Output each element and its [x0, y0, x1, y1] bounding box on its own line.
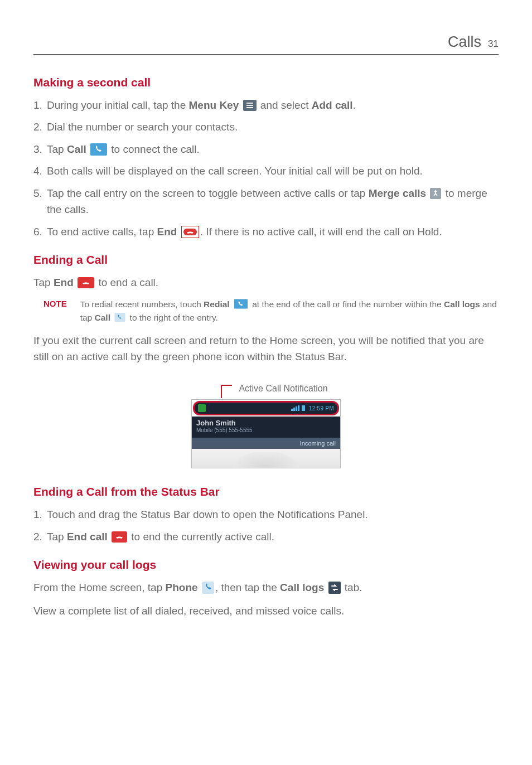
end-call-icon: [78, 277, 94, 288]
status-time: 12:59 PM: [309, 405, 334, 411]
redial-icon: [234, 299, 248, 309]
text: to the right of the entry.: [130, 313, 218, 322]
call-small-icon: [115, 313, 125, 322]
text: To redial recent numbers, touch: [80, 299, 204, 309]
phone-label: Phone: [166, 582, 198, 593]
note-block: NOTE To redial recent numbers, touch Red…: [43, 298, 499, 325]
step-4: 4. Both calls will be displayed on the c…: [33, 163, 499, 179]
call-logs-label: Call logs: [280, 582, 324, 593]
end-call-icon: [181, 226, 199, 238]
end-call-label: End call: [67, 531, 108, 543]
step-6: 6. To end active calls, tap End . If the…: [33, 224, 499, 240]
step-number: 2.: [33, 529, 42, 545]
step-number: 2.: [33, 119, 42, 135]
status-right: 12:59 PM: [291, 405, 334, 411]
merge-calls-icon: [430, 188, 441, 199]
text: From the Home screen, tap: [33, 582, 166, 593]
end-call-icon: [112, 531, 127, 543]
svg-rect-18: [328, 582, 341, 594]
call-label: Call: [67, 143, 86, 155]
heading-ending-call-status-bar: Ending a Call from the Status Bar: [33, 485, 499, 498]
header-chapter-title: Calls: [448, 33, 481, 51]
heading-viewing-call-logs: Viewing your call logs: [33, 558, 499, 572]
step-number: 1.: [33, 97, 42, 113]
figure-callout-line-icon: [221, 385, 232, 398]
figure-caption-row: Active Call Notification: [221, 379, 327, 398]
ending-call-status-bar-steps: 1. Touch and drag the Status Bar down to…: [33, 506, 499, 545]
step-text: Tap the call entry on the screen to togg…: [47, 187, 369, 199]
svg-rect-10: [115, 313, 125, 322]
svg-rect-12: [293, 408, 295, 411]
page-header: Calls 31: [33, 33, 499, 55]
ending-call-line: Tap End to end a call.: [33, 274, 499, 290]
figure-active-call-notification: Active Call Notification 12:59 PM John S…: [33, 379, 499, 468]
step-number: 5.: [33, 185, 42, 201]
signal-icon: [291, 405, 307, 411]
step-3: 3. Tap Call to connect the call.: [33, 141, 499, 157]
viewing-call-logs-line1: From the Home screen, tap Phone , then t…: [33, 579, 499, 595]
svg-rect-14: [298, 405, 299, 411]
note-text: To redial recent numbers, touch Redial a…: [80, 298, 499, 325]
svg-rect-2: [246, 105, 253, 106]
add-call-label: Add call: [312, 99, 353, 111]
text: to end a call.: [98, 277, 158, 288]
step-1: 1. Touch and drag the Status Bar down to…: [33, 506, 499, 522]
svg-rect-4: [90, 143, 107, 156]
caller-info: John Smith Mobile (555) 555-5555: [192, 417, 340, 438]
figure-caption: Active Call Notification: [239, 384, 327, 394]
status-bar-highlight: 12:59 PM: [193, 401, 339, 415]
step-text: .: [353, 99, 356, 111]
merge-calls-label: Merge calls: [369, 187, 427, 199]
step-text: Tap: [47, 531, 67, 543]
step-text: Dial the number or search your contacts.: [47, 121, 238, 133]
step-text: Tap: [47, 143, 67, 155]
page-number: 31: [488, 38, 499, 50]
svg-rect-3: [246, 107, 253, 108]
step-text: to connect the call.: [111, 143, 199, 155]
making-second-call-steps: 1. During your initial call, tap the Men…: [33, 97, 499, 240]
step-5: 5. Tap the call entry on the screen to t…: [33, 185, 499, 218]
phone-app-icon: [202, 582, 214, 594]
step-text: During your initial call, tap the: [47, 99, 189, 111]
step-2: 2. Dial the number or search your contac…: [33, 119, 499, 135]
incoming-call-label: Incoming call: [192, 438, 340, 449]
ending-call-paragraph: If you exit the current call screen and …: [33, 332, 499, 365]
text: at the end of the call or find the numbe…: [252, 299, 444, 309]
text: tab.: [345, 582, 362, 593]
call-icon: [90, 143, 107, 156]
call-logs-tab-icon: [328, 582, 341, 594]
step-number: 6.: [33, 224, 42, 240]
step-text: to end the currently active call.: [131, 531, 274, 543]
step-1: 1. During your initial call, tap the Men…: [33, 97, 499, 113]
caller-number: Mobile (555) 555-5555: [196, 427, 336, 433]
step-text: Touch and drag the Status Bar down to op…: [47, 509, 368, 520]
step-text: and select: [260, 99, 312, 111]
menu-key-label: Menu Key: [189, 99, 239, 111]
step-number: 4.: [33, 163, 42, 179]
svg-rect-9: [234, 299, 248, 309]
heading-ending-call: Ending a Call: [33, 253, 499, 267]
end-label: End: [157, 226, 177, 238]
heading-making-second-call: Making a second call: [33, 76, 499, 89]
menu-key-icon: [243, 100, 257, 111]
svg-rect-11: [291, 409, 293, 411]
answer-area: [192, 449, 340, 468]
svg-rect-1: [246, 103, 253, 104]
active-call-status-icon: [198, 404, 206, 412]
text: , then tap the: [215, 582, 280, 593]
note-label: NOTE: [43, 298, 67, 308]
step-text: To end active calls, tap: [47, 226, 157, 238]
redial-label: Redial: [204, 299, 230, 309]
text: Tap: [33, 277, 54, 288]
svg-rect-15: [302, 405, 305, 411]
call-logs-label: Call logs: [444, 299, 480, 309]
step-number: 3.: [33, 141, 42, 157]
phone-screenshot: 12:59 PM John Smith Mobile (555) 555-555…: [191, 399, 341, 468]
end-label: End: [54, 277, 74, 288]
step-text: Both calls will be displayed on the call…: [47, 165, 423, 177]
viewing-call-logs-line2: View a complete list of all dialed, rece…: [33, 603, 499, 619]
step-text: . If there is no active call, it will en…: [200, 226, 442, 238]
step-number: 1.: [33, 506, 42, 522]
svg-rect-13: [296, 406, 297, 411]
caller-name: John Smith: [196, 419, 336, 427]
